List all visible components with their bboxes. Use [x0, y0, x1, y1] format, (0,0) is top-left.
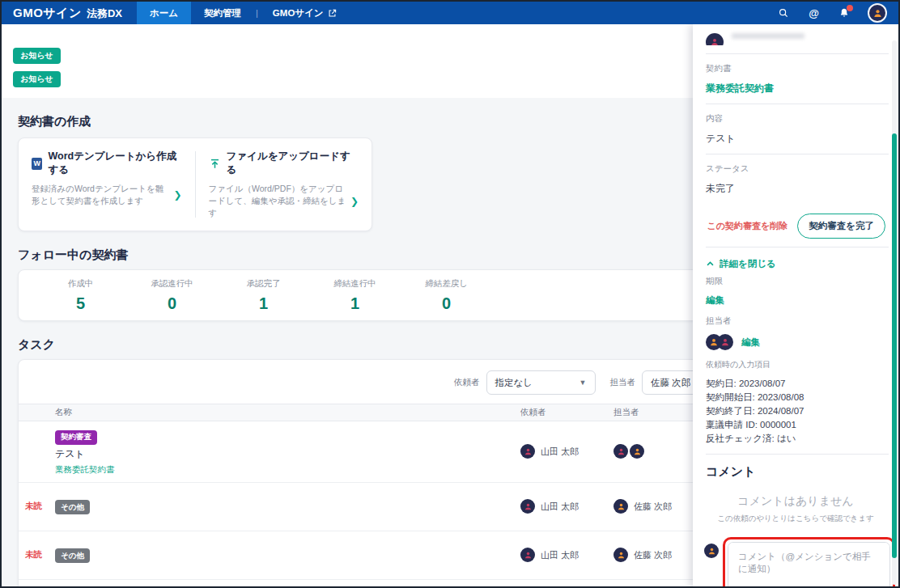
user-avatar: [520, 499, 535, 514]
divider: [706, 53, 889, 54]
user-avatar: [630, 444, 644, 459]
contract-label: 契約書: [706, 63, 885, 74]
chevron-right-icon: ❯: [173, 189, 181, 201]
field-contract-end-date: 契約終了日: 2024/08/07: [706, 404, 885, 418]
upload-card-description: ファイル（Word/PDF）をアップロードして、編集や承認・締結をします: [209, 183, 347, 219]
sidebar-scrollbar-track[interactable]: [892, 40, 897, 585]
redacted-text: [732, 33, 804, 39]
chevron-down-icon: ▼: [579, 379, 587, 387]
stat-conclusion-in-progress[interactable]: 締結進行中 1: [309, 278, 401, 313]
deadline-label: 期限: [706, 276, 885, 287]
status-value: 未完了: [706, 182, 885, 196]
unread-flag: 未読: [19, 549, 55, 561]
contract-detail-panel: 契約書 業務委託契約書 内容 テスト ステータス 未完了 この契約審査を削除 契…: [693, 24, 898, 588]
assignee-filter-label: 担当者: [610, 377, 636, 388]
task-type-badge: 契約審査: [55, 430, 97, 445]
user-avatar: [613, 499, 628, 514]
sidebar-scrollbar-thumb[interactable]: [892, 133, 897, 558]
field-approval-id: 稟議申請 ID: 0000001: [706, 418, 885, 432]
chevron-up-icon: [706, 260, 715, 269]
requester-cell: 山田 太郎: [520, 444, 613, 459]
app-window: GMOサイン 法務DX ホーム 契約管理 | GMOサイン @: [0, 0, 900, 588]
col-header-requester: 依頼者: [520, 407, 613, 418]
comments-empty-state: コメントはありません この依頼のやりとりはこちらで確認できます: [706, 494, 885, 524]
content-value: テスト: [706, 132, 885, 146]
close-details-link[interactable]: 詳細を閉じる: [706, 258, 885, 270]
brand-logo[interactable]: GMOサイン 法務DX: [2, 6, 137, 21]
user-avatar: [613, 548, 628, 562]
comment-input[interactable]: [728, 543, 889, 588]
brand-name: GMOサイン: [13, 6, 82, 21]
task-title: テスト: [55, 447, 520, 461]
comments-title: コメント: [706, 464, 885, 480]
user-avatar: [717, 334, 733, 350]
announcement-badge[interactable]: お知らせ: [13, 48, 61, 64]
user-avatar: [520, 548, 535, 562]
comments-empty-title: コメントはありません: [706, 494, 885, 509]
delete-review-link[interactable]: この契約審査を削除: [707, 220, 788, 232]
divider: [706, 154, 889, 154]
task-type-badge: その他: [55, 548, 90, 563]
stat-in-creation[interactable]: 作成中 5: [35, 278, 126, 313]
create-card-description: 登録済みのWordテンプレートを雛形として契約書を作成します: [32, 183, 170, 207]
requester-filter-label: 依頼者: [454, 377, 480, 388]
create-from-word-template-card[interactable]: W Wordテンプレートから作成する 登録済みのWordテンプレートを雛形として…: [19, 150, 195, 219]
create-contract-card: W Wordテンプレートから作成する 登録済みのWordテンプレートを雛形として…: [18, 137, 372, 231]
main-nav: ホーム 契約管理 | GMOサイン: [137, 2, 350, 24]
request-fields: 契約日: 2023/08/07 契約開始日: 2023/08/08 契約終了日:…: [706, 377, 885, 446]
contract-name-link[interactable]: 業務委託契約書: [706, 82, 774, 95]
assignee-edit-link[interactable]: 編集: [741, 336, 760, 349]
content-label: 内容: [706, 113, 885, 125]
requester-cell: 山田 太郎: [520, 499, 613, 514]
announcement-badge[interactable]: お知らせ: [13, 71, 61, 87]
user-avatar: [706, 33, 724, 45]
mention-icon[interactable]: @: [809, 7, 819, 19]
search-icon[interactable]: [778, 7, 789, 19]
col-header-name: 名称: [55, 407, 520, 418]
upload-file-card[interactable]: ファイルをアップロードする ファイル（Word/PDF）をアップロードして、編集…: [196, 150, 372, 219]
request-fields-label: 依頼時の入力項目: [706, 359, 885, 370]
notification-badge: [847, 5, 853, 11]
divider: [706, 454, 889, 455]
field-contract-date: 契約日: 2023/08/07: [706, 377, 885, 391]
notification-bell-icon[interactable]: [838, 7, 850, 19]
status-label: ステータス: [706, 163, 885, 175]
field-compliance-check: 反社チェック済: はい: [706, 432, 885, 446]
highlight-annotation: 投稿: [723, 537, 895, 588]
divider: [706, 247, 889, 247]
user-avatar: [613, 444, 628, 459]
chevron-right-icon: ❯: [350, 196, 359, 207]
upload-card-title: ファイルをアップロードする: [227, 150, 359, 177]
upload-icon: [209, 158, 221, 170]
requester-filter-select[interactable]: 指定なし ▼: [486, 370, 596, 395]
requester-cell: 山田 太郎: [520, 548, 613, 562]
assignee-label: 担当者: [706, 315, 885, 327]
user-avatar: [520, 444, 535, 459]
tab-home[interactable]: ホーム: [137, 2, 191, 24]
nav-separator: |: [256, 8, 258, 18]
contract-link[interactable]: 業務委託契約書: [55, 464, 115, 476]
unread-flag: 未読: [19, 501, 55, 512]
complete-review-button[interactable]: 契約審査を完了: [797, 214, 885, 239]
field-contract-start-date: 契約開始日: 2023/08/08: [706, 391, 885, 404]
deadline-edit-link[interactable]: 編集: [706, 294, 724, 307]
user-avatar[interactable]: [869, 5, 885, 21]
word-file-icon: W: [32, 158, 42, 170]
current-user-avatar: [704, 544, 719, 558]
stat-conclusion-returned[interactable]: 締結差戻し 0: [401, 278, 492, 313]
brand-suffix: 法務DX: [87, 6, 122, 21]
nav-gmo-sign-external-link[interactable]: GMOサイン: [260, 2, 350, 24]
task-type-badge: その他: [55, 500, 90, 514]
app-header: GMOサイン 法務DX ホーム 契約管理 | GMOサイン @: [2, 2, 898, 24]
comment-compose-box: 投稿: [728, 542, 890, 588]
stat-approval-in-progress[interactable]: 承認進行中 0: [126, 278, 218, 313]
external-link-icon: [328, 9, 337, 18]
create-card-title: Wordテンプレートから作成する: [48, 150, 181, 177]
header-actions: @: [778, 5, 898, 21]
comments-empty-subtitle: この依頼のやりとりはこちらで確認できます: [706, 514, 885, 524]
external-link-label: GMOサイン: [273, 7, 324, 19]
tab-contract-management[interactable]: 契約管理: [191, 2, 254, 24]
divider: [706, 104, 889, 104]
stat-approval-complete[interactable]: 承認完了 1: [218, 278, 309, 313]
